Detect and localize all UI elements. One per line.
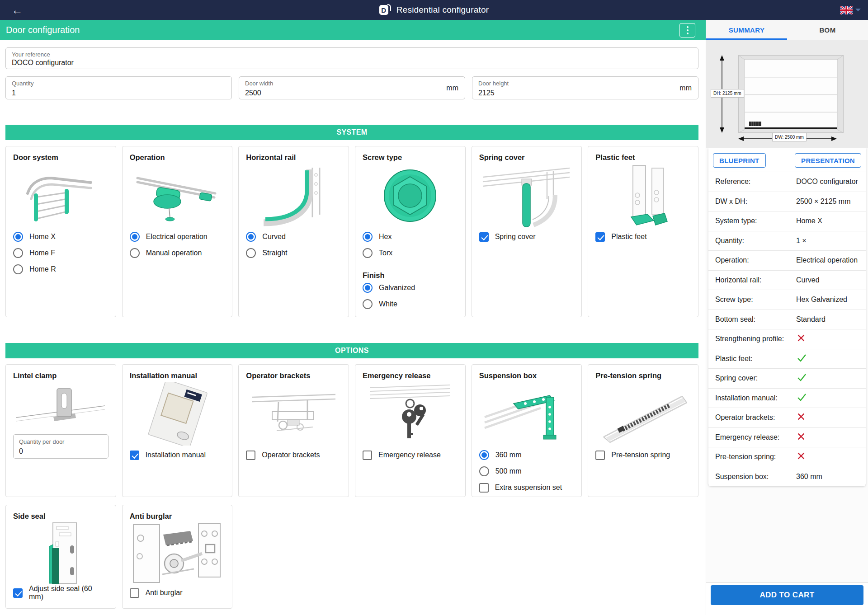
lintel-clamp-illustration xyxy=(13,381,108,431)
card-horizontal-rail: Horizontal rail Curved xyxy=(238,146,349,317)
radio-icon xyxy=(363,299,373,309)
options-section-bar: OPTIONS xyxy=(5,343,698,358)
tab-summary[interactable]: SUMMARY xyxy=(706,20,787,40)
door-height-dimension-label: DH: 2125 mm xyxy=(711,89,744,98)
door-system-illustration xyxy=(13,163,108,229)
page-header: Door configuration xyxy=(0,20,706,40)
radio-curved[interactable]: Curved xyxy=(246,229,341,245)
cross-icon xyxy=(796,412,806,423)
checkbox-adjust-side-seal[interactable]: Adjust side seal (60 mm) xyxy=(13,585,108,601)
checkbox-icon xyxy=(595,232,605,242)
quantity-label: Quantity xyxy=(12,80,33,87)
card-title: Emergency release xyxy=(363,371,458,380)
quantity-per-door-field[interactable]: Quantity per door xyxy=(13,434,108,459)
radio-icon xyxy=(363,248,373,258)
door-drawing xyxy=(738,55,844,135)
checkbox-icon xyxy=(246,451,255,460)
card-title: Plastic feet xyxy=(595,153,691,162)
card-title: Side seal xyxy=(13,512,108,521)
radio-home-x[interactable]: Home X xyxy=(13,229,108,245)
radio-torx[interactable]: Torx xyxy=(363,245,458,261)
card-plastic-feet: Plastic feet Plastic feet xyxy=(588,146,698,317)
quantity-per-door-label: Quantity per door xyxy=(19,438,64,445)
radio-500mm[interactable]: 500 mm xyxy=(479,463,575,479)
radio-label: Home F xyxy=(29,249,55,257)
radio-manual-operation[interactable]: Manual operation xyxy=(130,245,225,261)
add-to-cart-button[interactable]: ADD TO CART xyxy=(711,585,863,605)
pre-tension-spring-illustration xyxy=(595,381,691,447)
door-width-field[interactable]: Door width mm xyxy=(239,76,465,99)
cross-icon xyxy=(796,432,806,443)
blueprint-button[interactable]: BLUEPRINT xyxy=(713,153,766,168)
radio-icon xyxy=(479,466,489,476)
more-options-button[interactable] xyxy=(679,23,695,38)
emergency-release-illustration xyxy=(363,381,458,447)
radio-icon xyxy=(246,248,256,258)
card-title: Spring cover xyxy=(479,153,575,162)
door-width-input[interactable] xyxy=(245,89,438,97)
reference-label: Your reference xyxy=(12,51,50,58)
radio-electrical-operation[interactable]: Electrical operation xyxy=(130,229,225,245)
quantity-field[interactable]: Quantity xyxy=(5,76,232,99)
plastic-feet-illustration xyxy=(595,163,691,229)
summary-row-screw-type: Screw type: Hex Galvanized xyxy=(708,290,866,310)
radio-icon xyxy=(479,450,489,460)
radio-home-f[interactable]: Home F xyxy=(13,245,108,261)
summary-row-emergency-release: Emergency release: xyxy=(708,427,866,447)
summary-row-installation-manual: Installation manual: xyxy=(708,388,866,408)
radio-label: 360 mm xyxy=(495,451,522,459)
presentation-button[interactable]: PRESENTATION xyxy=(795,153,861,168)
door-height-input[interactable] xyxy=(478,89,671,97)
checkbox-installation-manual[interactable]: Installation manual xyxy=(130,447,225,463)
summary-row-plastic-feet: Plastic feet: xyxy=(708,349,866,369)
checkbox-spring-cover[interactable]: Spring cover xyxy=(479,229,575,245)
app-brand: D Residential configurator xyxy=(379,4,489,16)
door-width-unit: mm xyxy=(446,84,458,92)
checkbox-label: Pre-tension spring xyxy=(611,451,670,459)
checkbox-anti-burglar[interactable]: Anti burglar xyxy=(130,585,225,601)
check-icon xyxy=(796,372,807,385)
checkbox-icon xyxy=(595,451,605,460)
summary-rows: Reference: DOCO configurator DW x DH: 25… xyxy=(708,172,866,486)
radio-label: Manual operation xyxy=(146,249,202,257)
uk-flag-icon xyxy=(840,6,853,14)
language-selector[interactable] xyxy=(840,0,861,20)
divider xyxy=(363,265,458,265)
summary-row-reference: Reference: DOCO configurator xyxy=(708,172,866,192)
card-spring-cover: Spring cover Spring cover xyxy=(472,146,582,317)
checkbox-emergency-release[interactable]: Emergency release xyxy=(363,447,458,463)
checkbox-icon xyxy=(13,588,23,598)
screw-type-illustration xyxy=(363,163,458,229)
back-arrow-icon[interactable]: ← xyxy=(8,0,26,20)
checkbox-label: Adjust side seal (60 mm) xyxy=(29,585,108,601)
card-pre-tension-spring: Pre-tension spring Pre-tension spring xyxy=(588,364,698,497)
checkbox-operator-brackets[interactable]: Operator brackets xyxy=(246,447,341,463)
card-title: Operation xyxy=(130,153,225,162)
card-anti-burglar: Anti burglar xyxy=(122,505,233,609)
cross-icon xyxy=(796,451,806,463)
door-height-field[interactable]: Door height mm xyxy=(472,76,698,99)
checkbox-icon xyxy=(479,232,489,242)
quantity-per-door-input[interactable] xyxy=(19,447,104,455)
radio-hex[interactable]: Hex xyxy=(363,229,458,245)
radio-white[interactable]: White xyxy=(363,296,458,312)
radio-icon xyxy=(130,232,140,242)
radio-icon xyxy=(13,264,23,274)
radio-label: Galvanized xyxy=(379,284,415,292)
reference-input[interactable] xyxy=(12,59,671,67)
radio-home-r[interactable]: Home R xyxy=(13,261,108,277)
checkbox-extra-suspension-set[interactable]: Extra suspension set xyxy=(479,479,575,496)
radio-360mm[interactable]: 360 mm xyxy=(479,447,575,463)
tab-bom[interactable]: BOM xyxy=(787,20,868,40)
checkbox-plastic-feet[interactable]: Plastic feet xyxy=(595,229,691,245)
quantity-input[interactable] xyxy=(12,89,204,97)
radio-galvanized[interactable]: Galvanized xyxy=(363,280,458,296)
radio-label: Straight xyxy=(262,249,287,257)
radio-straight[interactable]: Straight xyxy=(246,245,341,261)
reference-field[interactable]: Your reference xyxy=(5,47,698,69)
checkbox-pre-tension-spring[interactable]: Pre-tension spring xyxy=(595,447,691,463)
radio-label: 500 mm xyxy=(495,467,522,475)
suspension-box-illustration xyxy=(479,381,575,447)
card-title: Screw type xyxy=(363,153,458,162)
radio-icon xyxy=(13,232,23,242)
